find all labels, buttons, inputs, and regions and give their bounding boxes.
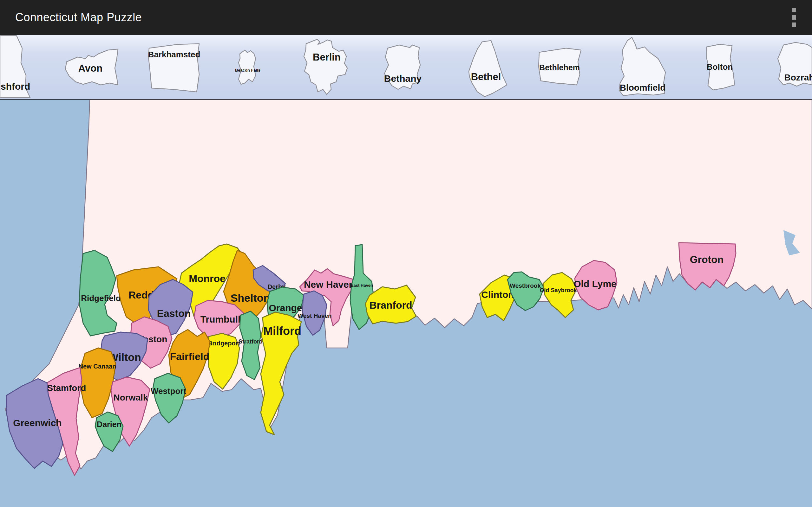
tray-piece-label-bethel: Bethel (471, 71, 501, 82)
tray-piece-avon[interactable]: Avon (65, 49, 118, 85)
tray-piece-bolton[interactable]: Bolton (707, 44, 734, 90)
tray-piece-berlin[interactable]: Berlin (304, 39, 347, 95)
tray-piece-label-avon: Avon (78, 63, 102, 74)
menu-dot (792, 8, 796, 12)
map-piece-label-groton: Groton (690, 254, 724, 265)
map-piece-label-norwalk: Norwalk (113, 393, 148, 402)
map-piece-label-clinton: Clinton (481, 289, 514, 300)
tray-piece-bethlehem[interactable]: Bethlehem (539, 48, 581, 85)
tray-piece-label-bethany: Bethany (384, 73, 422, 83)
tray-piece-barkhamsted[interactable]: Barkhamsted (148, 44, 200, 92)
map-piece-label-greenwich: Greenwich (13, 418, 61, 428)
tray-piece-beaconfalls[interactable]: Beacon Falls (235, 50, 260, 84)
tray-piece-label-barkhamsted: Barkhamsted (148, 50, 200, 59)
map-piece-label-westbrook: Westbrook (510, 282, 541, 289)
map-piece-label-stratford: Stratford (239, 338, 263, 345)
map-piece-label-bridgeport: Bridgeport (208, 340, 241, 347)
tray-piece-bozrah[interactable]: Bozrah (778, 43, 812, 86)
tray-piece-label-ashford: shford (1, 81, 30, 92)
map-piece-label-oldsaybrook: Old Saybrook (540, 287, 577, 293)
map-piece-label-oldlyme: Old Lyme (573, 279, 617, 289)
tray-piece-bethany[interactable]: Bethany (384, 45, 422, 89)
map-piece-label-westport: Westport (151, 386, 187, 396)
map-piece-label-newhaven: New Haven (304, 279, 355, 290)
map-piece-label-orange: Orange (269, 302, 302, 313)
tray-piece-label-bloomfield: Bloomfield (620, 83, 666, 93)
tray-piece-shape-berlin (304, 39, 347, 95)
map-piece-label-easton: Easton (157, 308, 191, 319)
tray-piece-bloomfield[interactable]: Bloomfield (619, 38, 665, 96)
tray-piece-label-bolton: Bolton (707, 62, 733, 72)
tray-piece-shape-beaconfalls (239, 50, 256, 84)
map-piece-label-ridgefield: Ridgefield (81, 293, 121, 303)
map-piece-label-newcanaan: New Canaan (79, 363, 116, 370)
app-title-bar: Connecticut Map Puzzle (0, 0, 812, 35)
map-piece-label-trumbull: Trumbull (200, 314, 241, 325)
tray-pieces-strip: shfordAvonBarkhamstedBeacon FallsBerlinB… (0, 35, 812, 99)
map-piece-label-branford: Branford (369, 299, 412, 311)
piece-tray[interactable]: shfordAvonBarkhamstedBeacon FallsBerlinB… (0, 35, 812, 100)
map-piece-label-shelton: Shelton (231, 292, 270, 304)
tray-piece-label-bethlehem: Bethlehem (539, 63, 580, 72)
map-piece-label-fairfield: Fairfield (170, 351, 209, 362)
app-title: Connecticut Map Puzzle (15, 11, 142, 24)
map-piece-label-darien: Darien (97, 420, 121, 429)
tray-piece-label-beaconfalls: Beacon Falls (235, 68, 260, 72)
tray-piece-label-bozrah: Bozrah (784, 72, 812, 82)
menu-dot (792, 22, 796, 27)
menu-dot (792, 15, 796, 20)
tray-piece-label-berlin: Berlin (313, 52, 341, 63)
map-piece-label-westhaven: West Haven (298, 313, 332, 319)
tray-piece-bethel[interactable]: Bethel (469, 41, 507, 97)
map-piece-label-easthaven: East Haven (351, 283, 373, 288)
overflow-menu-icon[interactable] (790, 6, 798, 29)
map-piece-label-stamford: Stamford (47, 383, 86, 393)
map-piece-label-monroe: Monroe (189, 273, 225, 284)
tray-piece-ashford[interactable]: shford (0, 36, 30, 98)
map-piece-label-milford: Milford (263, 325, 301, 337)
tray-piece-shape-bethel (469, 41, 507, 97)
